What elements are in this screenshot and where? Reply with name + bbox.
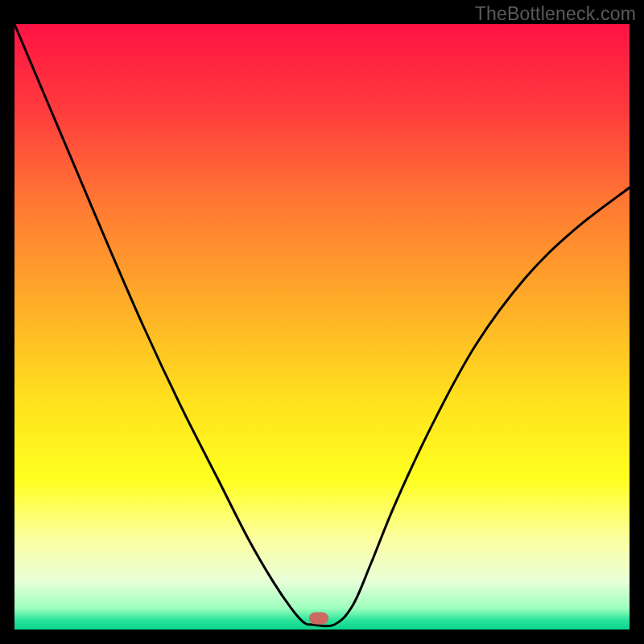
watermark-label: TheBottleneck.com [475, 3, 636, 25]
plot-area [14, 24, 630, 630]
gradient-background [14, 24, 630, 630]
optimum-marker [309, 613, 328, 625]
chart-frame: TheBottleneck.com [0, 0, 644, 644]
chart-svg [14, 24, 630, 630]
